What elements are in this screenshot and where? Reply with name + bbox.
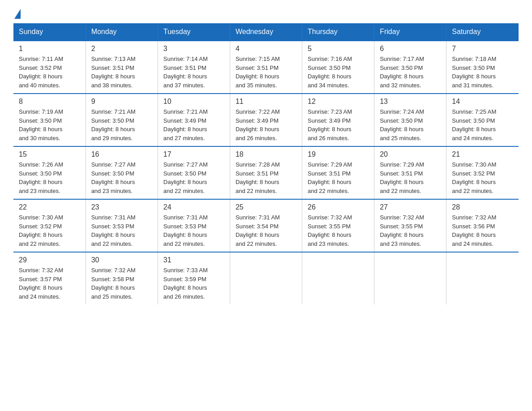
day-info: Sunrise: 7:15 AMSunset: 3:51 PMDaylight:… bbox=[236, 56, 280, 89]
calendar-cell: 23 Sunrise: 7:31 AMSunset: 3:53 PMDaylig… bbox=[86, 199, 158, 252]
day-number: 20 bbox=[380, 150, 441, 158]
day-info: Sunrise: 7:24 AMSunset: 3:50 PMDaylight:… bbox=[380, 108, 424, 141]
day-number: 12 bbox=[308, 98, 369, 106]
calendar-cell: 6 Sunrise: 7:17 AMSunset: 3:50 PMDayligh… bbox=[374, 41, 446, 94]
day-number: 10 bbox=[163, 98, 224, 106]
day-info: Sunrise: 7:32 AMSunset: 3:55 PMDaylight:… bbox=[308, 214, 352, 247]
day-info: Sunrise: 7:26 AMSunset: 3:50 PMDaylight:… bbox=[19, 161, 63, 194]
day-number: 23 bbox=[91, 203, 152, 211]
day-number: 5 bbox=[308, 45, 369, 53]
calendar-cell: 30 Sunrise: 7:32 AMSunset: 3:58 PMDaylig… bbox=[86, 252, 158, 304]
day-number: 18 bbox=[236, 150, 296, 158]
calendar-cell: 17 Sunrise: 7:27 AMSunset: 3:50 PMDaylig… bbox=[158, 146, 230, 199]
calendar-cell bbox=[446, 252, 519, 304]
calendar-cell: 15 Sunrise: 7:26 AMSunset: 3:50 PMDaylig… bbox=[13, 146, 86, 199]
day-number: 4 bbox=[236, 45, 296, 53]
day-info: Sunrise: 7:32 AMSunset: 3:55 PMDaylight:… bbox=[380, 214, 424, 247]
day-number: 21 bbox=[452, 150, 513, 158]
calendar-cell: 8 Sunrise: 7:19 AMSunset: 3:50 PMDayligh… bbox=[13, 94, 86, 146]
day-info: Sunrise: 7:29 AMSunset: 3:51 PMDaylight:… bbox=[380, 161, 424, 194]
day-number: 1 bbox=[19, 45, 80, 53]
day-info: Sunrise: 7:29 AMSunset: 3:51 PMDaylight:… bbox=[308, 161, 352, 194]
day-number: 28 bbox=[452, 203, 513, 211]
day-info: Sunrise: 7:31 AMSunset: 3:54 PMDaylight:… bbox=[236, 214, 280, 247]
day-number: 24 bbox=[163, 203, 224, 211]
day-number: 26 bbox=[308, 203, 369, 211]
day-info: Sunrise: 7:21 AMSunset: 3:49 PMDaylight:… bbox=[163, 108, 208, 141]
day-info: Sunrise: 7:30 AMSunset: 3:52 PMDaylight:… bbox=[452, 161, 496, 194]
calendar-cell: 24 Sunrise: 7:31 AMSunset: 3:53 PMDaylig… bbox=[158, 199, 230, 252]
day-info: Sunrise: 7:14 AMSunset: 3:51 PMDaylight:… bbox=[163, 56, 208, 89]
day-info: Sunrise: 7:27 AMSunset: 3:50 PMDaylight:… bbox=[91, 161, 136, 194]
day-number: 16 bbox=[91, 150, 152, 158]
day-number: 17 bbox=[163, 150, 224, 158]
calendar-cell: 5 Sunrise: 7:16 AMSunset: 3:50 PMDayligh… bbox=[302, 41, 374, 94]
calendar-cell: 16 Sunrise: 7:27 AMSunset: 3:50 PMDaylig… bbox=[86, 146, 158, 199]
day-info: Sunrise: 7:16 AMSunset: 3:50 PMDaylight:… bbox=[308, 56, 352, 89]
day-info: Sunrise: 7:33 AMSunset: 3:59 PMDaylight:… bbox=[163, 267, 208, 300]
calendar-cell: 11 Sunrise: 7:22 AMSunset: 3:49 PMDaylig… bbox=[230, 94, 302, 146]
header-wednesday: Wednesday bbox=[230, 23, 302, 41]
day-info: Sunrise: 7:31 AMSunset: 3:53 PMDaylight:… bbox=[163, 214, 208, 247]
day-info: Sunrise: 7:18 AMSunset: 3:50 PMDaylight:… bbox=[452, 56, 496, 89]
calendar-week-4: 22 Sunrise: 7:30 AMSunset: 3:52 PMDaylig… bbox=[13, 199, 519, 252]
header-thursday: Thursday bbox=[302, 23, 374, 41]
calendar-table: SundayMondayTuesdayWednesdayThursdayFrid… bbox=[13, 23, 519, 304]
calendar-week-1: 1 Sunrise: 7:11 AMSunset: 3:52 PMDayligh… bbox=[13, 41, 519, 94]
day-info: Sunrise: 7:23 AMSunset: 3:49 PMDaylight:… bbox=[308, 108, 352, 141]
day-number: 15 bbox=[19, 150, 80, 158]
calendar-cell bbox=[302, 252, 374, 304]
header-saturday: Saturday bbox=[446, 23, 519, 41]
calendar-cell bbox=[230, 252, 302, 304]
logo bbox=[13, 9, 21, 19]
day-info: Sunrise: 7:25 AMSunset: 3:50 PMDaylight:… bbox=[452, 108, 496, 141]
calendar-cell: 14 Sunrise: 7:25 AMSunset: 3:50 PMDaylig… bbox=[446, 94, 519, 146]
calendar-cell: 20 Sunrise: 7:29 AMSunset: 3:51 PMDaylig… bbox=[374, 146, 446, 199]
day-number: 7 bbox=[452, 45, 513, 53]
day-number: 30 bbox=[91, 256, 152, 264]
calendar-cell: 28 Sunrise: 7:32 AMSunset: 3:56 PMDaylig… bbox=[446, 199, 519, 252]
day-number: 3 bbox=[163, 45, 224, 53]
day-number: 22 bbox=[19, 203, 80, 211]
calendar-cell: 7 Sunrise: 7:18 AMSunset: 3:50 PMDayligh… bbox=[446, 41, 519, 94]
calendar-cell: 25 Sunrise: 7:31 AMSunset: 3:54 PMDaylig… bbox=[230, 199, 302, 252]
day-number: 9 bbox=[91, 98, 152, 106]
calendar-cell: 19 Sunrise: 7:29 AMSunset: 3:51 PMDaylig… bbox=[302, 146, 374, 199]
day-number: 31 bbox=[163, 256, 224, 264]
day-info: Sunrise: 7:28 AMSunset: 3:51 PMDaylight:… bbox=[236, 161, 280, 194]
day-info: Sunrise: 7:32 AMSunset: 3:58 PMDaylight:… bbox=[91, 267, 136, 300]
day-info: Sunrise: 7:31 AMSunset: 3:53 PMDaylight:… bbox=[91, 214, 136, 247]
calendar-cell bbox=[374, 252, 446, 304]
day-number: 6 bbox=[380, 45, 441, 53]
header-sunday: Sunday bbox=[13, 23, 86, 41]
day-info: Sunrise: 7:17 AMSunset: 3:50 PMDaylight:… bbox=[380, 56, 424, 89]
calendar-cell: 2 Sunrise: 7:13 AMSunset: 3:51 PMDayligh… bbox=[86, 41, 158, 94]
calendar-cell: 22 Sunrise: 7:30 AMSunset: 3:52 PMDaylig… bbox=[13, 199, 86, 252]
calendar-week-2: 8 Sunrise: 7:19 AMSunset: 3:50 PMDayligh… bbox=[13, 94, 519, 146]
day-info: Sunrise: 7:13 AMSunset: 3:51 PMDaylight:… bbox=[91, 56, 136, 89]
calendar-header-row: SundayMondayTuesdayWednesdayThursdayFrid… bbox=[13, 23, 519, 41]
calendar-cell: 27 Sunrise: 7:32 AMSunset: 3:55 PMDaylig… bbox=[374, 199, 446, 252]
day-info: Sunrise: 7:32 AMSunset: 3:57 PMDaylight:… bbox=[19, 267, 63, 300]
logo-text bbox=[13, 9, 21, 19]
calendar-cell: 18 Sunrise: 7:28 AMSunset: 3:51 PMDaylig… bbox=[230, 146, 302, 199]
day-number: 19 bbox=[308, 150, 369, 158]
calendar-cell: 1 Sunrise: 7:11 AMSunset: 3:52 PMDayligh… bbox=[13, 41, 86, 94]
calendar-cell: 21 Sunrise: 7:30 AMSunset: 3:52 PMDaylig… bbox=[446, 146, 519, 199]
logo-triangle-icon bbox=[14, 9, 21, 19]
calendar-cell: 4 Sunrise: 7:15 AMSunset: 3:51 PMDayligh… bbox=[230, 41, 302, 94]
day-number: 29 bbox=[19, 256, 80, 264]
day-number: 8 bbox=[19, 98, 80, 106]
day-info: Sunrise: 7:11 AMSunset: 3:52 PMDaylight:… bbox=[19, 56, 63, 89]
calendar-cell: 29 Sunrise: 7:32 AMSunset: 3:57 PMDaylig… bbox=[13, 252, 86, 304]
day-info: Sunrise: 7:27 AMSunset: 3:50 PMDaylight:… bbox=[163, 161, 208, 194]
header-friday: Friday bbox=[374, 23, 446, 41]
day-number: 25 bbox=[236, 203, 296, 211]
calendar-week-5: 29 Sunrise: 7:32 AMSunset: 3:57 PMDaylig… bbox=[13, 252, 519, 304]
day-info: Sunrise: 7:19 AMSunset: 3:50 PMDaylight:… bbox=[19, 108, 63, 141]
header-tuesday: Tuesday bbox=[158, 23, 230, 41]
calendar-cell: 9 Sunrise: 7:21 AMSunset: 3:50 PMDayligh… bbox=[86, 94, 158, 146]
calendar-cell: 10 Sunrise: 7:21 AMSunset: 3:49 PMDaylig… bbox=[158, 94, 230, 146]
day-number: 14 bbox=[452, 98, 513, 106]
day-number: 11 bbox=[236, 98, 296, 106]
